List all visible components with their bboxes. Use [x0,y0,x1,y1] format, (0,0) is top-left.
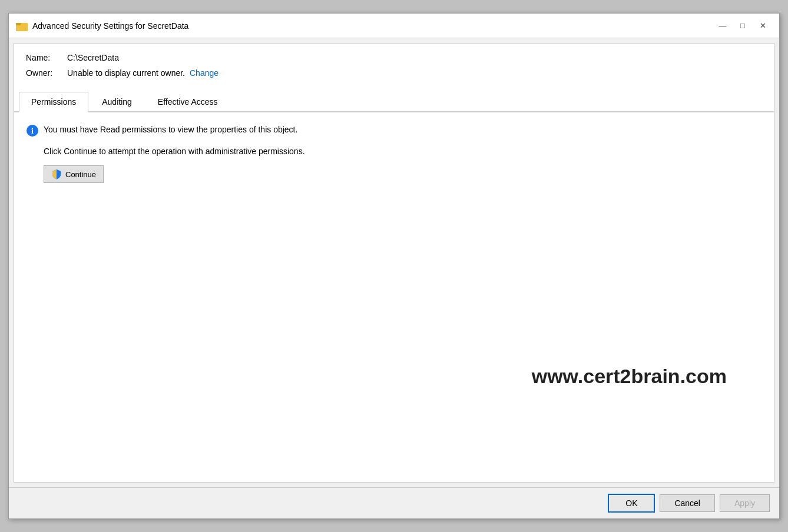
window-controls: — □ ✕ [713,18,772,34]
click-continue-text: Click Continue to attempt the operation … [44,147,762,156]
name-row: Name: C:\SecretData [26,53,762,62]
info-section: Name: C:\SecretData Owner: Unable to dis… [14,44,774,91]
window-body: Name: C:\SecretData Owner: Unable to dis… [14,43,774,483]
continue-button-label: Continue [65,170,96,179]
ok-button[interactable]: OK [608,494,655,513]
info-message-text: You must have Read permissions to view t… [44,124,297,136]
tab-auditing[interactable]: Auditing [90,92,144,112]
tabs-container: Permissions Auditing Effective Access [14,91,774,112]
bottom-bar: OK Cancel Apply [9,487,779,518]
svg-text:i: i [31,127,34,135]
watermark: www.cert2brain.com [532,365,727,388]
tab-effective-access[interactable]: Effective Access [145,92,230,112]
folder-icon [16,20,28,32]
cancel-button[interactable]: Cancel [660,494,715,512]
close-button[interactable]: ✕ [753,18,772,34]
name-value: C:\SecretData [67,53,119,62]
name-label: Name: [26,53,67,62]
tab-permissions[interactable]: Permissions [19,92,88,112]
permissions-tab-content: i You must have Read permissions to view… [14,112,774,482]
apply-button[interactable]: Apply [720,494,770,512]
svg-rect-3 [16,23,21,25]
owner-value: Unable to display current owner. [67,68,185,78]
maximize-button[interactable]: □ [733,18,752,34]
minimize-button[interactable]: — [713,18,732,34]
tab-content-area: i You must have Read permissions to view… [14,112,774,482]
info-circle-icon: i [26,124,39,137]
change-owner-link[interactable]: Change [190,68,218,78]
shield-uac-icon [51,169,62,179]
owner-row: Owner: Unable to display current owner. … [26,68,762,78]
info-message: i You must have Read permissions to view… [26,124,762,137]
title-bar: Advanced Security Settings for SecretDat… [9,14,779,38]
main-window: Advanced Security Settings for SecretDat… [8,13,780,519]
window-title: Advanced Security Settings for SecretDat… [32,21,713,31]
owner-label: Owner: [26,68,67,78]
continue-button[interactable]: Continue [44,165,104,183]
